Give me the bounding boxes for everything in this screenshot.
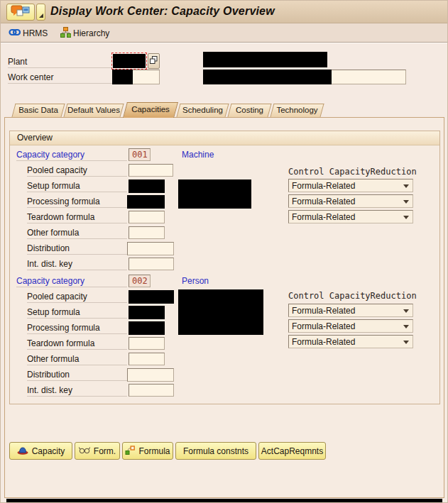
possible-entries-button[interactable] [148,53,160,69]
formula-icon [125,445,135,457]
tab-technology[interactable]: Technology [272,104,322,117]
formula-description-redacted [178,179,251,209]
row-label: Setup formula [27,307,127,319]
teardown-formula-field[interactable] [129,211,165,223]
row-label: Distribution [27,243,127,255]
gui-menu-dropdown-button[interactable] [36,4,45,21]
formula-related-dropdown[interactable]: Formula-Related [288,210,413,223]
sap-window: Display Work Center: Capacity Overview H… [0,0,448,503]
hrms-button-label: HRMS [23,28,48,38]
row-label: Int. dist. key [27,385,127,397]
tab-capacities[interactable]: Capacities [125,102,176,118]
distribution-field[interactable] [127,368,174,382]
hierarchy-button[interactable]: Hierarchy [58,26,111,40]
overview-header: Overview [10,131,439,145]
row-label: Distribution [27,370,127,381]
chevron-down-icon [403,216,409,219]
capacity-category-field[interactable]: 002 [129,275,151,287]
formula-related-dropdown[interactable]: Formula-Related [288,335,413,348]
work-center-description-input[interactable] [203,70,406,84]
work-center-label: Work center [8,72,112,84]
tab-basic-data[interactable]: Basic Data [13,104,63,117]
row-label: Processing formula [27,197,127,208]
row-label: Teardown formula [27,338,127,350]
processing-formula-field[interactable] [129,321,165,335]
formula-description-redacted [178,289,263,335]
title-bar: Display Work Center: Capacity Overview [1,1,447,23]
category-name-label: Person [182,276,267,287]
chevron-down-icon [403,184,409,188]
capacity-category-label: Capacity category [16,276,127,287]
teardown-formula-field[interactable] [129,337,165,350]
form-button[interactable]: Form. [75,442,120,460]
capacity-button[interactable]: Capacity [9,442,72,460]
setup-formula-field[interactable] [129,306,165,319]
hierarchy-button-label: Hierarchy [73,28,109,38]
int-dist-key-field[interactable] [129,384,174,397]
chevron-down-icon [403,325,409,328]
link-icon [9,28,21,38]
act-cap-reqmnts-button[interactable]: ActCapReqmnts [258,442,326,460]
row-label: Pooled capacity [27,292,127,303]
tab-scheduling[interactable]: Scheduling [178,104,227,117]
row-label: Int. dist. key [27,259,127,270]
row-label: Pooled capacity [27,165,127,177]
chevron-down-icon [403,309,409,313]
capacity-category-label: Capacity category [16,150,127,161]
processing-formula-field[interactable] [127,195,165,209]
hierarchy-icon [60,27,71,40]
formula-related-dropdown[interactable]: Formula-Related [288,194,413,208]
work-center-description-redacted [203,70,332,84]
application-toolbar: HRMS Hierarchy [1,23,447,43]
corner-triangle-icon [39,13,43,18]
chevron-down-icon [403,341,409,344]
setup-formula-field[interactable] [129,179,165,193]
formula-related-dropdown[interactable]: Formula-Related [288,319,413,333]
other-formula-field[interactable] [129,353,165,365]
row-label: Other formula [27,228,127,239]
services-for-object-button[interactable] [6,4,35,21]
formula-constants-button[interactable]: Formula constnts [175,442,256,460]
tab-costing[interactable]: Costing [229,104,270,117]
other-formula-field[interactable] [129,226,165,239]
work-center-value-redacted [112,70,133,84]
hrms-button[interactable]: HRMS [6,26,50,40]
overlapping-squares-icon [150,56,158,67]
row-label: Setup formula [27,181,127,192]
plant-input[interactable] [113,54,146,68]
plant-description-redacted [203,52,327,67]
tab-default-values[interactable]: Default Values [65,104,122,117]
distribution-field[interactable] [127,242,174,255]
work-center-input[interactable] [112,70,160,84]
pooled-capacity-field[interactable] [129,290,174,304]
row-label: Processing formula [27,323,127,334]
row-label: Other formula [27,354,127,365]
status-bar-redacted [6,499,442,503]
category-name-label: Machine [182,150,267,161]
chevron-down-icon [403,200,409,204]
control-capacity-reduction-label: Control CapacityReduction [288,291,417,301]
row-label: Teardown formula [27,212,127,223]
pooled-capacity-field[interactable] [129,164,173,177]
formula-related-dropdown[interactable]: Formula-Related [288,179,413,192]
capacity-hat-icon [17,446,28,457]
formula-button[interactable]: Formula [122,442,173,460]
services-for-object-icon [11,5,31,19]
page-title: Display Work Center: Capacity Overview [50,5,275,18]
int-dist-key-field[interactable] [129,258,174,270]
control-capacity-reduction-label: Control CapacityReduction [288,167,417,177]
capacity-category-field[interactable]: 001 [129,148,151,161]
formula-related-dropdown[interactable]: Formula-Related [288,304,413,317]
plant-label: Plant [8,57,112,68]
glasses-icon [79,446,90,456]
